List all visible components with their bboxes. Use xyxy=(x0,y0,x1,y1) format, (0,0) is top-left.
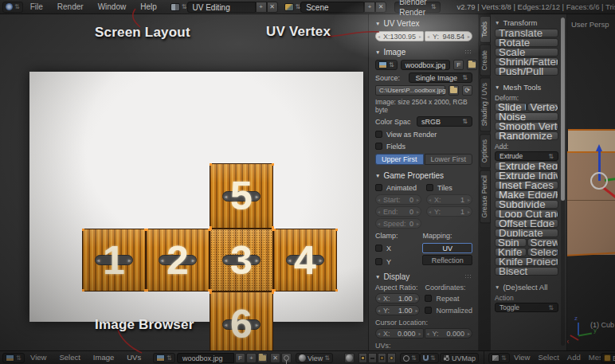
cursor-y-field[interactable]: Y: 0.000 xyxy=(425,328,473,339)
fields-checkbox[interactable] xyxy=(375,143,382,150)
fake-user-button[interactable]: F xyxy=(453,60,464,70)
open-image-button[interactable] xyxy=(467,60,477,70)
editor-type-selector[interactable]: ⇅ xyxy=(2,353,25,363)
aspect-y-field[interactable]: Y: 1.00 xyxy=(375,305,420,315)
uv-face-4[interactable]: 4 xyxy=(273,229,337,292)
view-as-render-checkbox[interactable] xyxy=(375,131,382,138)
menu-item[interactable]: Window xyxy=(91,0,134,14)
tool-button[interactable]: Noise xyxy=(495,112,558,121)
menu-item[interactable]: Render xyxy=(50,0,91,14)
clamp-x-checkbox[interactable] xyxy=(375,245,382,252)
menu-item[interactable]: View xyxy=(24,351,53,364)
new-image-button[interactable]: + xyxy=(246,353,257,363)
tool-button[interactable]: Push/Pull xyxy=(495,67,558,76)
lower-first-button[interactable]: Lower First xyxy=(425,154,473,165)
menu-item[interactable]: Add xyxy=(563,351,585,364)
uvmap-selector[interactable]: UVMap xyxy=(440,353,479,363)
normalized-checkbox[interactable] xyxy=(425,307,432,314)
menu-item[interactable]: File xyxy=(23,0,50,14)
image-browse-dropdown[interactable]: ⇅ xyxy=(375,60,398,70)
collapse-arrow-icon[interactable]: ▼ xyxy=(495,20,499,25)
menu-item[interactable]: Select xyxy=(534,351,562,364)
collapse-arrow-icon[interactable]: ▼ xyxy=(375,21,380,26)
panel-header-transform[interactable]: ▼ Transform xyxy=(495,18,558,27)
uv-vertex-y-field[interactable]: Y: 948.54 xyxy=(425,31,472,41)
menu-item[interactable]: UVs xyxy=(120,351,147,364)
tab-create[interactable]: Create xyxy=(480,45,491,76)
tool-button[interactable]: Shrink/Fatten xyxy=(495,57,558,66)
uv-face-6[interactable]: 6 xyxy=(210,292,273,357)
tool-button[interactable]: Make Edge/Face xyxy=(495,190,558,199)
tool-button[interactable]: Smooth Vertex xyxy=(495,122,558,131)
render-engine-dropdown[interactable]: Blender Render ⇅ xyxy=(394,2,441,13)
uv-coordinates-button[interactable]: UV Coordinates xyxy=(422,243,472,253)
display-mode-dropdown[interactable]: View ⇅ xyxy=(296,353,333,363)
select-mode-face-button[interactable] xyxy=(378,353,386,363)
uv-face-3-selected[interactable]: 3 xyxy=(210,229,273,292)
uv-face-1[interactable]: 1 xyxy=(82,229,146,292)
anim-end-field[interactable]: End: 0 xyxy=(375,206,421,217)
scene-icon[interactable] xyxy=(284,3,294,11)
panel-drag-dots-icon[interactable] xyxy=(464,274,472,279)
delete-scene-button[interactable]: ✕ xyxy=(375,2,386,13)
delete-layout-button[interactable]: ✕ xyxy=(267,2,278,13)
tool-button[interactable]: Select xyxy=(527,248,559,256)
select-mode-edge-button[interactable] xyxy=(368,353,377,363)
panel-header-mesh-tools[interactable]: ▼ Mesh Tools xyxy=(495,82,558,92)
tool-button[interactable]: Slide Ed xyxy=(495,103,527,112)
collapse-arrow-icon[interactable]: ▼ xyxy=(495,84,499,90)
collapse-arrow-icon[interactable]: ▼ xyxy=(495,284,499,290)
panel-header-game-properties[interactable]: ▼ Game Properties xyxy=(375,170,472,181)
panel-header-display[interactable]: ▼ Display xyxy=(375,271,472,282)
tab-grease-pencil[interactable]: Grease Pencil xyxy=(480,170,491,223)
uv-vertex-x-field[interactable]: X: 1300.95 xyxy=(375,31,424,41)
anim-start-field[interactable]: Start: 0 xyxy=(375,194,421,205)
tool-button[interactable]: Extrude Individual xyxy=(495,171,558,180)
tool-button[interactable]: Vertex xyxy=(527,103,559,112)
tool-button[interactable]: Scale xyxy=(495,48,558,57)
tool-button[interactable]: Rotate xyxy=(495,38,558,47)
uv-face-2[interactable]: 2 xyxy=(146,229,210,292)
panel-drag-dots-icon[interactable] xyxy=(464,49,472,54)
tiles-x-field[interactable]: X: 1 xyxy=(426,194,472,205)
clamp-y-checkbox[interactable] xyxy=(375,258,382,265)
reload-image-button[interactable]: ⟳ xyxy=(462,85,472,96)
upper-first-button[interactable]: Upper First xyxy=(375,154,424,165)
add-scene-button[interactable]: + xyxy=(364,2,375,13)
draw-channels-button[interactable] xyxy=(344,353,355,363)
image-browse-dropdown[interactable]: ⇅ xyxy=(153,353,175,363)
menu-item[interactable]: View xyxy=(510,351,534,364)
shelf-scrollbar[interactable] xyxy=(561,18,565,346)
collapse-arrow-icon[interactable]: ▼ xyxy=(375,274,380,280)
fake-user-button[interactable]: F xyxy=(235,353,245,363)
screen-layout-icon[interactable] xyxy=(170,3,180,11)
action-dropdown[interactable]: Toggle ⇅ xyxy=(495,303,558,312)
tool-button[interactable]: Offset Edge Slide xyxy=(495,219,558,228)
scrollbar-thumb[interactable] xyxy=(561,18,565,201)
aspect-x-field[interactable]: X: 1.00 xyxy=(375,293,420,303)
tool-button[interactable]: Subdivide xyxy=(495,200,558,209)
image-name-field[interactable]: woodbox.jpg xyxy=(177,353,234,363)
sticky-selection-dropdown[interactable]: ⇅ xyxy=(400,353,420,363)
snap-dropdown[interactable]: ⇅ xyxy=(420,353,439,363)
panel-header-uv-vertex[interactable]: ▼ UV Vertex xyxy=(375,18,472,29)
uv-image-editor[interactable]: 1 2 3 4 5 6 xyxy=(0,14,368,350)
tool-button[interactable]: Knife xyxy=(495,248,527,256)
image-name-field[interactable]: woodbox.jpg xyxy=(401,60,451,70)
tab-tools[interactable]: Tools xyxy=(480,16,491,43)
filepath-field[interactable]: C:\Users\P...oodbox.jpg xyxy=(375,85,445,96)
mode-selector[interactable]: Ed xyxy=(601,353,615,363)
anim-speed-field[interactable]: Speed: 0 xyxy=(375,218,421,229)
tool-button[interactable]: Translate xyxy=(495,29,558,37)
cube-face-top[interactable] xyxy=(568,129,615,151)
manipulator-ring[interactable] xyxy=(590,172,608,190)
tool-button[interactable]: Inset Faces xyxy=(495,181,558,190)
window-type-selector[interactable]: ⇅ xyxy=(2,2,23,13)
editor-type-selector[interactable]: ⇅ xyxy=(488,353,510,363)
add-layout-button[interactable]: + xyxy=(256,2,267,13)
tool-button[interactable]: Extrude Region xyxy=(495,162,558,170)
open-image-button[interactable] xyxy=(257,353,268,363)
cube-face-front[interactable] xyxy=(567,151,615,255)
tab-shading-uvs[interactable]: Shading / UVs xyxy=(480,77,491,131)
tool-button[interactable]: Spin xyxy=(495,238,527,247)
